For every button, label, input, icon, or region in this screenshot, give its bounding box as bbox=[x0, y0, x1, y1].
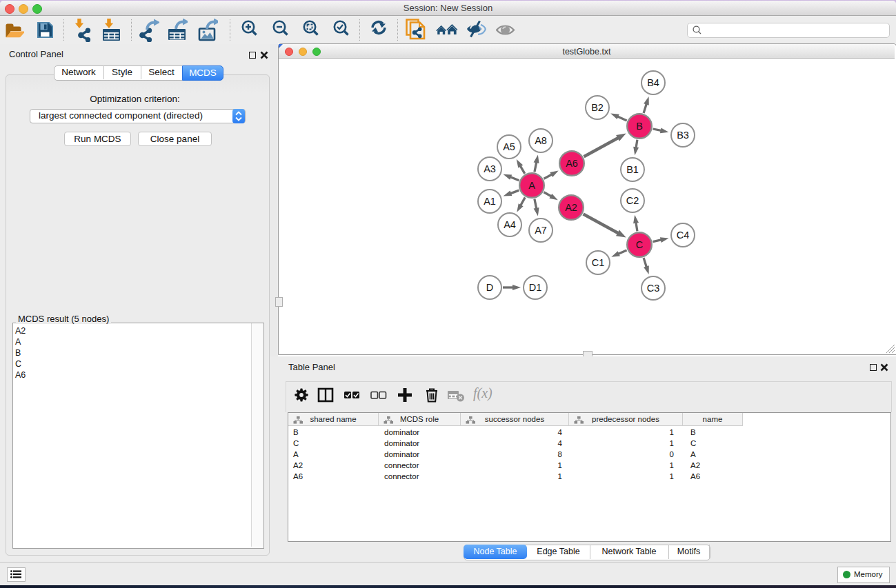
svg-text:C4: C4 bbox=[677, 230, 690, 241]
svg-text:A3: A3 bbox=[484, 163, 496, 174]
svg-text:B1: B1 bbox=[626, 164, 639, 175]
svg-text:D1: D1 bbox=[529, 282, 542, 293]
svg-text:B4: B4 bbox=[647, 77, 659, 88]
svg-text:C3: C3 bbox=[647, 283, 660, 294]
svg-text:C: C bbox=[636, 239, 643, 250]
svg-text:A2: A2 bbox=[565, 202, 577, 213]
svg-text:B2: B2 bbox=[591, 102, 604, 113]
svg-text:A4: A4 bbox=[504, 219, 516, 230]
svg-text:A: A bbox=[528, 180, 535, 191]
svg-text:A1: A1 bbox=[484, 196, 496, 207]
svg-text:A5: A5 bbox=[503, 141, 515, 152]
svg-text:C2: C2 bbox=[626, 195, 639, 206]
svg-text:B3: B3 bbox=[677, 130, 689, 141]
svg-text:D: D bbox=[486, 282, 493, 293]
svg-text:B: B bbox=[636, 121, 643, 132]
svg-text:A7: A7 bbox=[535, 225, 547, 236]
svg-text:C1: C1 bbox=[592, 257, 605, 268]
svg-text:A8: A8 bbox=[535, 135, 547, 146]
svg-text:A6: A6 bbox=[566, 158, 578, 169]
